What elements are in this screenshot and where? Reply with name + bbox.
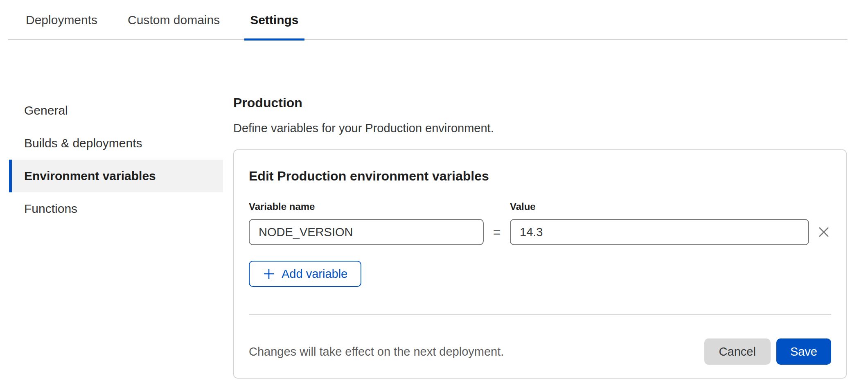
environment-variables-panel: Production Define variables for your Pro… [223, 40, 868, 379]
save-button[interactable]: Save [776, 338, 831, 365]
sidebar-item-general[interactable]: General [9, 94, 223, 127]
value-input[interactable] [510, 219, 809, 245]
cancel-button[interactable]: Cancel [704, 338, 771, 365]
value-label: Value [510, 201, 809, 212]
tab-deployments[interactable]: Deployments [20, 0, 103, 41]
card-footer: Changes will take effect on the next dep… [249, 338, 831, 365]
project-tab-bar: Deployments Custom domains Settings [8, 0, 848, 40]
equals-sign: = [484, 225, 510, 240]
variable-name-label: Variable name [249, 201, 484, 212]
tab-custom-domains[interactable]: Custom domains [122, 0, 225, 41]
section-title: Production [233, 94, 847, 111]
tab-settings[interactable]: Settings [244, 0, 304, 41]
settings-sidebar: General Builds & deployments Environment… [0, 40, 223, 225]
remove-variable-button[interactable] [816, 225, 831, 239]
add-variable-button[interactable]: Add variable [249, 261, 361, 287]
sidebar-item-environment-variables[interactable]: Environment variables [9, 160, 223, 192]
deployment-note: Changes will take effect on the next dep… [249, 345, 504, 359]
variable-name-input[interactable] [249, 219, 484, 245]
card-title: Edit Production environment variables [249, 167, 831, 185]
sidebar-item-builds-deployments[interactable]: Builds & deployments [9, 127, 223, 160]
card-divider [249, 314, 831, 315]
plus-icon [263, 268, 275, 280]
variable-row: Variable name Value = [249, 201, 831, 245]
section-description: Define variables for your Production env… [233, 120, 847, 136]
sidebar-item-functions[interactable]: Functions [9, 192, 223, 225]
settings-content: General Builds & deployments Environment… [0, 40, 868, 379]
add-variable-label: Add variable [282, 267, 347, 281]
edit-variables-card: Edit Production environment variables Va… [233, 149, 847, 379]
close-icon [816, 225, 831, 239]
